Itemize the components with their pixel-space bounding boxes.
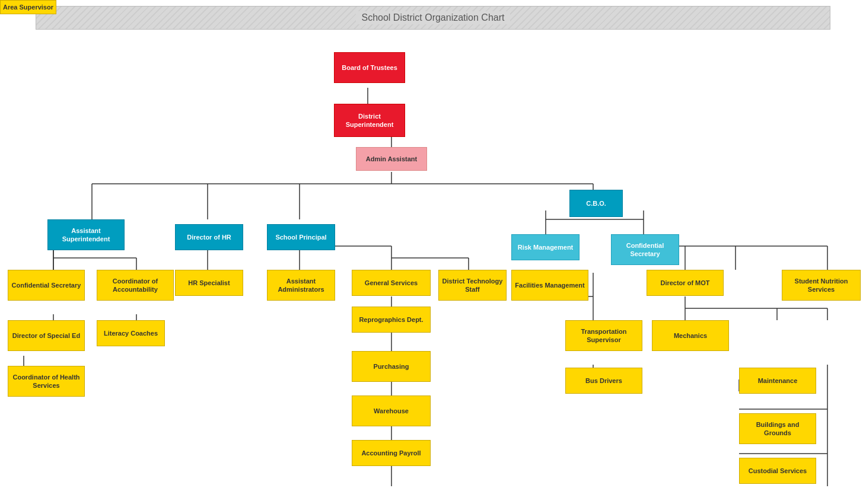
risk-management-box: Risk Management	[511, 234, 580, 260]
student-nutrition-services-box: Student Nutrition Services	[782, 270, 861, 301]
admin-assistant-box: Admin Assistant	[356, 147, 427, 171]
district-technology-staff-box: District Technology Staff	[438, 270, 507, 301]
transportation-supervisor-box: Transportation Supervisor	[565, 320, 642, 351]
purchasing-box: Purchasing	[352, 351, 431, 382]
page-title: School District Organization Chart	[356, 11, 511, 24]
mechanics-box: Mechanics	[652, 320, 729, 351]
director-hr-box: Director of HR	[175, 224, 243, 250]
hr-specialist-box: HR Specialist	[175, 270, 243, 296]
area-supervisor-box: Area Supervisor	[0, 0, 56, 14]
assistant-administrators-box: Assistant Administrators	[267, 270, 335, 301]
bus-drivers-box: Bus Drivers	[565, 368, 642, 394]
custodial-services-box: Custodial Services	[739, 458, 816, 484]
school-principal-box: School Principal	[267, 224, 335, 250]
board-of-trustees-box: Board of Trustees	[334, 52, 405, 83]
page: School District Organization Chart	[0, 0, 866, 504]
coordinator-health-services-box: Coordinator of Health Services	[8, 366, 85, 397]
cbo-box: C.B.O.	[569, 190, 623, 217]
literacy-coaches-box: Literacy Coaches	[97, 320, 165, 346]
buildings-grounds-box: Buildings and Grounds	[739, 413, 816, 444]
confidential-secretary-cbo-box: Confidential Secretary	[611, 234, 679, 265]
confidential-secretary-asst-box: Confidential Secretary	[8, 270, 85, 301]
assistant-superintendent-box: Assistant Superintendent	[47, 219, 125, 250]
accounting-payroll-box: Accounting Payroll	[352, 440, 431, 466]
title-banner: School District Organization Chart	[36, 6, 830, 30]
facilities-management-box: Facilities Management	[511, 270, 588, 301]
connectors	[0, 0, 866, 504]
warehouse-box: Warehouse	[352, 395, 431, 426]
district-superintendent-box: District Superintendent	[334, 104, 405, 137]
general-services-box: General Services	[352, 270, 431, 296]
reprographics-dept-box: Reprographics Dept.	[352, 307, 431, 333]
coordinator-accountability-box: Coordinator of Accountability	[97, 270, 174, 301]
maintenance-box: Maintenance	[739, 368, 816, 394]
director-special-ed-box: Director of Special Ed	[8, 320, 85, 351]
director-mot-box: Director of MOT	[647, 270, 724, 296]
